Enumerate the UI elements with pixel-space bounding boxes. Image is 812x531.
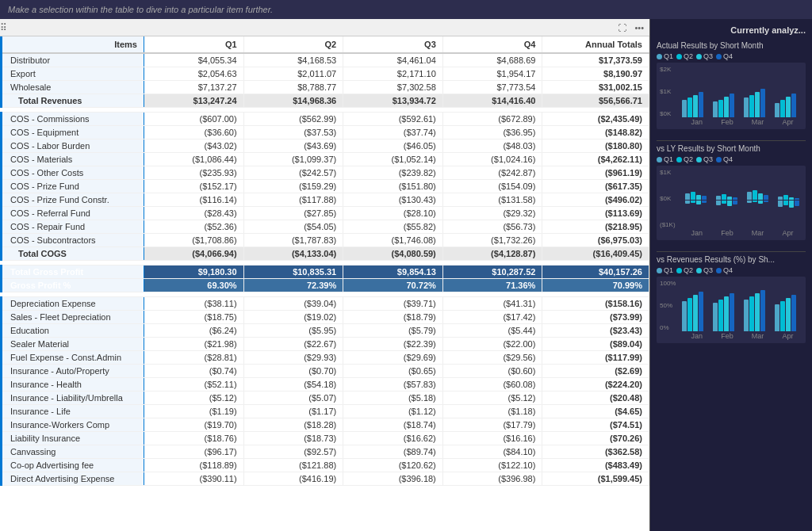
table-row[interactable]: Liability Insurance($18.76)($18.73)($16.…	[2, 432, 649, 445]
table-row[interactable]: COS - Referral Fund($28.43)($27.85)($28.…	[2, 207, 649, 220]
cell-q2: $4,168.53	[243, 53, 343, 67]
cell-q2: $10,835.31	[243, 266, 343, 279]
cell-annual: ($362.58)	[542, 445, 649, 459]
table-row[interactable]: Total Revenues$13,247.24$14,968.36$13,93…	[2, 94, 649, 108]
table-row[interactable]: COS - Materials($1,086.44)($1,099.37)($1…	[2, 153, 649, 166]
table-row[interactable]: Education($6.24)($5.95)($5.79)($5.44)($2…	[2, 324, 649, 338]
cell-q2: ($5.07)	[243, 392, 343, 405]
chart-vs-ly: vs LY Results by Short Month Q1 Q2 Q3 Q4…	[657, 144, 806, 240]
cell-q3: ($29.69)	[343, 351, 443, 365]
table-row[interactable]: COS - Equipment($36.60)($37.53)($37.74)(…	[2, 126, 649, 139]
cell-q1: ($36.60)	[144, 126, 244, 139]
cell-q4: ($122.10)	[442, 459, 542, 472]
cell-q2: $2,011.07	[243, 67, 343, 81]
cell-q3: ($5.18)	[343, 392, 443, 405]
cell-annual: ($2,435.49)	[542, 113, 649, 126]
table-row[interactable]: Export$2,054.63$2,011.07$2,171.10$1,954.…	[2, 67, 649, 81]
cell-item-name: Gross Profit %	[2, 279, 144, 292]
cell-item-name: Export	[2, 67, 144, 81]
col-header-q2[interactable]: Q2	[243, 36, 343, 53]
table-row[interactable]: Total Gross Profit$9,180.30$10,835.31$9,…	[2, 266, 649, 279]
table-row[interactable]: COS - Prize Fund Constr.($116.14)($117.8…	[2, 193, 649, 207]
cell-q4: ($131.58)	[442, 193, 542, 207]
cell-q1: ($38.11)	[144, 297, 244, 311]
table-row[interactable]: Insurance-Workers Comp($19.70)($18.28)($…	[2, 418, 649, 432]
cell-q1: ($1,086.44)	[144, 153, 244, 166]
table-row[interactable]: Sales - Fleet Depreciation($18.75)($19.0…	[2, 311, 649, 324]
cell-q1: ($52.36)	[144, 220, 244, 234]
table-header-row: Items Q1 Q2 Q3 Q4 Annual Totals	[2, 36, 649, 53]
table-row[interactable]: Insurance - Liability/Umbrella($5.12)($5…	[2, 392, 649, 405]
cell-q3: ($120.62)	[343, 459, 443, 472]
cell-q4: ($41.31)	[442, 297, 542, 311]
col-header-q3[interactable]: Q3	[343, 36, 443, 53]
bar-group-mar	[744, 89, 772, 117]
cell-q4: $4,688.69	[442, 53, 542, 67]
table-row[interactable]: Direct Advertising Expense($390.11)($416…	[2, 472, 649, 486]
cell-q1: ($18.76)	[144, 432, 244, 445]
cell-q2: ($121.88)	[243, 459, 343, 472]
table-row[interactable]: COS - Labor Burden($43.02)($43.69)($46.0…	[2, 139, 649, 153]
table-row[interactable]: COS - Subcontractors($1,708.86)($1,787.8…	[2, 234, 649, 247]
cell-annual: ($1,599.45)	[542, 472, 649, 486]
cell-annual: ($16,409.45)	[542, 247, 649, 261]
table-container[interactable]: Items Q1 Q2 Q3 Q4 Annual Totals Distribu…	[0, 36, 649, 531]
cell-q4: ($17.42)	[442, 311, 542, 324]
cell-item-name: Education	[2, 324, 144, 338]
cell-annual: ($617.35)	[542, 180, 649, 193]
cell-q3: $7,302.58	[343, 81, 443, 94]
table-row[interactable]: Gross Profit %69.30%72.39%70.72%71.36%70…	[2, 279, 649, 292]
cell-q1: ($607.00)	[144, 113, 244, 126]
chart-actual-legend: Q1 Q2 Q3 Q4	[657, 52, 806, 60]
table-row[interactable]: Total COGS($4,066.94)($4,133.04)($4,080.…	[2, 247, 649, 261]
table-row[interactable]: Distributor$4,055.34$4,168.53$4,461.04$4…	[2, 53, 649, 67]
table-row[interactable]: Insurance - Health($52.11)($54.18)($57.8…	[2, 378, 649, 392]
cell-q1: ($5.12)	[144, 392, 244, 405]
cell-annual: ($961.19)	[542, 166, 649, 180]
cell-q3: 70.72%	[343, 279, 443, 292]
table-row[interactable]: COS - Repair Fund($52.36)($54.05)($55.82…	[2, 220, 649, 234]
cell-q3: ($46.05)	[343, 139, 443, 153]
cell-q4: ($29.32)	[442, 207, 542, 220]
table-row[interactable]: Co-op Advertising fee($118.89)($121.88)(…	[2, 459, 649, 472]
cell-q2: ($5.95)	[243, 324, 343, 338]
col-header-items[interactable]: Items	[2, 36, 144, 53]
cell-q4: ($5.12)	[442, 392, 542, 405]
cell-q2: $8,788.77	[243, 81, 343, 94]
cell-q2: ($22.67)	[243, 338, 343, 351]
col-header-q4[interactable]: Q4	[442, 36, 542, 53]
col-header-annual[interactable]: Annual Totals	[542, 36, 649, 53]
cell-q4: $7,773.54	[442, 81, 542, 94]
cell-q3: ($57.83)	[343, 378, 443, 392]
cell-q1: ($52.11)	[144, 378, 244, 392]
cell-q4: ($672.89)	[442, 113, 542, 126]
table-row[interactable]: COS - Commissions($607.00)($562.99)($592…	[2, 113, 649, 126]
chart-vs-ly-title: vs LY Results by Short Month	[657, 144, 806, 153]
cell-item-name: Distributor	[2, 53, 144, 67]
table-row[interactable]: Fuel Expense - Const.Admin($28.81)($29.9…	[2, 351, 649, 365]
table-row[interactable]: Insurance - Life($1.19)($1.17)($1.12)($1…	[2, 405, 649, 418]
cell-q2: ($159.29)	[243, 180, 343, 193]
table-panel: ⠿ ⛶ ••• Items Q1 Q2 Q3 Q4 Annual Totals	[0, 19, 650, 531]
cell-annual: ($2.69)	[542, 365, 649, 378]
cell-q1: ($96.17)	[144, 445, 244, 459]
table-row[interactable]: COS - Prize Fund($152.17)($159.29)($151.…	[2, 180, 649, 193]
table-row[interactable]: Canvassing($96.17)($92.57)($89.74)($84.1…	[2, 445, 649, 459]
cell-q4: ($60.08)	[442, 378, 542, 392]
table-row[interactable]: Insurance - Auto/Property($0.74)($0.70)(…	[2, 365, 649, 378]
more-options-button[interactable]: •••	[632, 23, 646, 32]
table-row[interactable]: Wholesale$7,137.27$8,788.77$7,302.58$7,7…	[2, 81, 649, 94]
cell-annual: ($89.04)	[542, 338, 649, 351]
cell-annual: ($4.65)	[542, 405, 649, 418]
cell-q3: ($37.74)	[343, 126, 443, 139]
top-bar-message: Make a selection within the table to div…	[8, 5, 273, 14]
col-header-q1[interactable]: Q1	[144, 36, 244, 53]
table-row[interactable]: COS - Other Costs($235.93)($242.57)($239…	[2, 166, 649, 180]
cell-item-name: COS - Commissions	[2, 113, 144, 126]
expand-button[interactable]: ⛶	[615, 23, 629, 32]
table-row[interactable]: Depreciation Expense($38.11)($39.04)($39…	[2, 297, 649, 311]
table-row[interactable]: Sealer Material($21.98)($22.67)($22.39)(…	[2, 338, 649, 351]
chart-vs-revenues-legend: Q1 Q2 Q3 Q4	[657, 266, 806, 274]
cell-q1: ($28.43)	[144, 207, 244, 220]
cell-q1: ($18.75)	[144, 311, 244, 324]
